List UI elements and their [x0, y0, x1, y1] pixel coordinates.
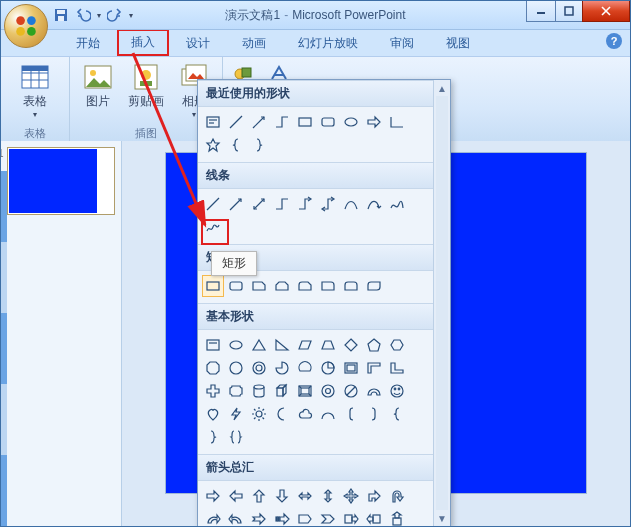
shape-bracket-r[interactable] [363, 403, 385, 425]
shape-elbow[interactable] [271, 111, 293, 133]
shape-arrow-quad[interactable] [340, 485, 362, 507]
shape-line[interactable] [225, 111, 247, 133]
clipart-button[interactable]: 剪贴画 [125, 61, 167, 108]
shape-right-arrow[interactable] [363, 111, 385, 133]
shape-line-arrow[interactable] [248, 111, 270, 133]
slide-thumbnails-pane[interactable]: 1 [1, 141, 122, 526]
shape-right-triangle[interactable] [271, 334, 293, 356]
shape-octagon[interactable] [202, 357, 224, 379]
shape-pentagon[interactable] [363, 334, 385, 356]
shape-cross[interactable] [202, 380, 224, 402]
shape-arrow-down[interactable] [271, 485, 293, 507]
table-button[interactable]: 表格 ▾ [14, 61, 56, 119]
shape-arrow-callout-r[interactable] [340, 508, 362, 526]
shape-snip1[interactable] [248, 275, 270, 297]
shape-pie[interactable] [271, 357, 293, 379]
shape-snip2[interactable] [271, 275, 293, 297]
qat-customize-icon[interactable]: ▾ [129, 11, 133, 20]
shape-arrow-chevron[interactable] [317, 508, 339, 526]
tab-animation[interactable]: 动画 [227, 29, 281, 56]
maximize-button[interactable] [555, 1, 583, 22]
shape-rounddiag[interactable] [363, 275, 385, 297]
shape-snipround[interactable] [294, 275, 316, 297]
shape-brace-r[interactable] [202, 426, 224, 448]
shape-cloud[interactable] [294, 403, 316, 425]
shape-oval[interactable] [225, 334, 247, 356]
tab-insert[interactable]: 插入 [117, 29, 169, 56]
shape-roundrect[interactable] [317, 111, 339, 133]
shape-arrow-left[interactable] [225, 485, 247, 507]
gallery-scrollbar[interactable]: ▲ ▼ [433, 80, 450, 526]
shape-smiley[interactable] [386, 380, 408, 402]
shape-arrow-callout-u[interactable] [386, 508, 408, 526]
shape-arrow-curved-r[interactable] [202, 508, 224, 526]
tab-design[interactable]: 设计 [171, 29, 225, 56]
slide-thumbnail[interactable]: 1 [7, 147, 115, 215]
shape-oval[interactable] [340, 111, 362, 133]
shape-round2[interactable] [340, 275, 362, 297]
shape-elbow2[interactable] [386, 111, 408, 133]
shape-line[interactable] [202, 193, 224, 215]
shape-scribble[interactable] [202, 216, 224, 238]
scroll-down-icon[interactable]: ▼ [434, 510, 450, 526]
shape-can[interactable] [248, 380, 270, 402]
shape-arrow-updown[interactable] [317, 485, 339, 507]
shape-roundrect[interactable] [225, 275, 247, 297]
undo-more-icon[interactable]: ▾ [97, 11, 101, 20]
shape-bevel[interactable] [294, 380, 316, 402]
shape-curve[interactable] [340, 193, 362, 215]
undo-icon[interactable] [75, 7, 91, 23]
tab-home[interactable]: 开始 [61, 29, 115, 56]
shape-triangle[interactable] [248, 334, 270, 356]
scroll-up-icon[interactable]: ▲ [434, 80, 450, 96]
shape-plaque[interactable] [225, 380, 247, 402]
shape-elbow-arrow[interactable] [294, 193, 316, 215]
shape-arrow-leftright[interactable] [294, 485, 316, 507]
shape-brace-l[interactable] [225, 134, 247, 156]
tab-slideshow[interactable]: 幻灯片放映 [283, 29, 373, 56]
shape-arrow-pentagon[interactable] [294, 508, 316, 526]
picture-button[interactable]: 图片 [77, 61, 119, 108]
scroll-track[interactable] [436, 96, 448, 510]
shape-hexagon[interactable] [386, 334, 408, 356]
shape-star[interactable] [202, 134, 224, 156]
shape-no[interactable] [340, 380, 362, 402]
shape-freeform[interactable] [386, 193, 408, 215]
shape-arc[interactable] [317, 403, 339, 425]
shape-arrow-bent[interactable] [363, 485, 385, 507]
shape-textbox[interactable] [202, 334, 224, 356]
shape-parallelogram[interactable] [294, 334, 316, 356]
shape-arrow-up[interactable] [248, 485, 270, 507]
shape-curve-arrow[interactable] [363, 193, 385, 215]
shape-sun[interactable] [248, 403, 270, 425]
shape-bracket-l[interactable] [340, 403, 362, 425]
tab-view[interactable]: 视图 [431, 29, 485, 56]
shape-rect[interactable] [294, 111, 316, 133]
shape-lightning[interactable] [225, 403, 247, 425]
close-button[interactable] [582, 1, 630, 22]
shape-elbow-dbl[interactable] [317, 193, 339, 215]
shape-elbow[interactable] [271, 193, 293, 215]
shape-arrow-notched[interactable] [248, 508, 270, 526]
shape-rectangle[interactable] [202, 275, 224, 297]
shape-line-arrow[interactable] [225, 193, 247, 215]
minimize-button[interactable] [526, 1, 556, 22]
shape-half-frame[interactable] [363, 357, 385, 379]
shape-cube[interactable] [271, 380, 293, 402]
shape-arrow-striped[interactable] [271, 508, 293, 526]
shape-brace-l[interactable] [386, 403, 408, 425]
save-icon[interactable] [53, 7, 69, 23]
tab-review[interactable]: 审阅 [375, 29, 429, 56]
shape-block-arc[interactable] [363, 380, 385, 402]
shape-textbox[interactable] [202, 111, 224, 133]
shape-arrow-callout-l[interactable] [363, 508, 385, 526]
shape-moon[interactable] [271, 403, 293, 425]
shape-decagon[interactable] [225, 357, 247, 379]
shape-dodecagon[interactable] [248, 357, 270, 379]
shape-L[interactable] [386, 357, 408, 379]
office-button[interactable] [4, 4, 48, 48]
redo-icon[interactable] [107, 7, 123, 23]
shape-arrow-uturn[interactable] [386, 485, 408, 507]
help-button[interactable]: ? [606, 33, 622, 49]
shape-brace-pair[interactable] [225, 426, 247, 448]
